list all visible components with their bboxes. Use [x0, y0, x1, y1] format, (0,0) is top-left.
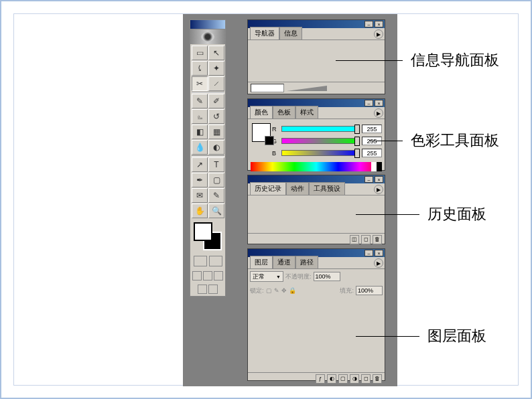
snapshot-icon[interactable]: ◫ [350, 235, 359, 244]
slice-tool[interactable]: ⟋ [208, 76, 224, 91]
opacity-input[interactable]: 100% [314, 272, 340, 281]
color-mini-swatch[interactable] [252, 123, 271, 142]
new-layer-icon[interactable]: ◻ [361, 374, 371, 384]
lasso-tool[interactable]: ⤹ [192, 61, 208, 76]
panel-menu-button[interactable]: ▶ [374, 29, 383, 39]
panel-menu-button[interactable]: ▶ [374, 108, 383, 118]
notes-tool[interactable]: ✉ [192, 188, 208, 203]
jump-btn2[interactable] [208, 285, 218, 294]
lock-all-icon[interactable]: 🔒 [289, 287, 296, 294]
adjust-icon[interactable]: ◑ [350, 374, 359, 384]
annotation-layer: 图层面板 [356, 326, 486, 346]
tab-channels[interactable]: 通道 [273, 256, 295, 268]
slide-frame: ▭ ↖ ⤹ ✦ ✂ ⟋ ✎ ✐ ⎁ ↺ ◧ ▦ 💧 ◐ ↗ T ✒ ▢ ✉ ✎ … [0, 0, 532, 399]
type-tool[interactable]: T [208, 157, 224, 172]
jump-row [190, 283, 225, 296]
history-brush-tool[interactable]: ↺ [208, 109, 224, 124]
minimize-button[interactable]: – [364, 100, 373, 106]
standard-mode[interactable] [194, 256, 207, 266]
close-button[interactable]: × [375, 250, 383, 256]
hand-tool[interactable]: ✋ [192, 204, 208, 218]
slider-row-r: R 255 [272, 124, 382, 134]
crop-tool[interactable]: ✂ [192, 76, 208, 91]
eyedropper-tool[interactable]: ✎ [208, 188, 224, 203]
heal-tool[interactable]: ✎ [192, 94, 208, 108]
minimize-button[interactable]: – [364, 21, 373, 27]
tab-toolpresets[interactable]: 工具预设 [309, 182, 345, 195]
minimize-button[interactable]: – [364, 250, 373, 256]
tab-swatches[interactable]: 色板 [273, 106, 295, 118]
folder-icon[interactable]: ▢ [338, 374, 348, 384]
pen-tool[interactable]: ✒ [192, 173, 208, 187]
annotation-color: 色彩工具面板 [369, 131, 499, 151]
tab-layers[interactable]: 图层 [250, 256, 273, 268]
tab-styles[interactable]: 样式 [295, 106, 318, 118]
brush-tool[interactable]: ✐ [208, 94, 224, 108]
slider-thumb[interactable] [354, 137, 360, 146]
zoom-tool[interactable]: 🔍 [208, 204, 224, 218]
layer-panel: – × 图层 通道 路径 ▶ 正常 不透明度: 100% 锁定: ▢ ✎ ✥ 🔒… [247, 248, 385, 381]
close-button[interactable]: × [375, 176, 383, 183]
path-tool[interactable]: ↗ [192, 157, 208, 172]
slider-thumb[interactable] [354, 149, 360, 158]
layer-footer: ƒ ◐ ▢ ◑ ◻ 🗑 [248, 372, 385, 384]
color-panel: – × 颜色 色板 样式 ▶ R 255 G 255 B [247, 98, 385, 171]
zoom-input[interactable] [251, 84, 284, 92]
wand-tool[interactable]: ✦ [208, 61, 224, 76]
b-label: B [272, 150, 279, 157]
screen-mode-3[interactable] [214, 271, 223, 281]
tab-navigator[interactable]: 导航器 [250, 27, 279, 39]
tab-bar: 导航器 信息 ▶ [248, 28, 385, 40]
tab-bar: 图层 通道 路径 ▶ [248, 257, 385, 269]
blend-mode-select[interactable]: 正常 [250, 271, 283, 282]
eye-icon [201, 32, 214, 42]
slide-inner: ▭ ↖ ⤹ ✦ ✂ ⟋ ✎ ✐ ⎁ ↺ ◧ ▦ 💧 ◐ ↗ T ✒ ▢ ✉ ✎ … [13, 13, 519, 386]
screen-mode-1[interactable] [192, 271, 202, 281]
slider-thumb[interactable] [354, 125, 360, 134]
layer-controls-row2: 锁定: ▢ ✎ ✥ 🔒 填充: 100% [248, 284, 385, 297]
annotation-line [369, 141, 403, 141]
tab-actions[interactable]: 动作 [286, 182, 309, 195]
shape-tool[interactable]: ▢ [208, 173, 224, 187]
lock-move-icon[interactable]: ✥ [281, 287, 287, 294]
quickmask-mode[interactable] [209, 256, 222, 266]
b-slider[interactable] [281, 150, 359, 156]
trash-icon[interactable]: 🗑 [373, 374, 382, 384]
tab-paths[interactable]: 路径 [295, 256, 318, 268]
minimize-button[interactable]: – [364, 176, 373, 183]
zoom-slider[interactable] [287, 85, 382, 92]
lock-paint-icon[interactable]: ✎ [274, 287, 279, 294]
lock-transparency-icon[interactable]: ▢ [266, 287, 272, 294]
marquee-tool[interactable]: ▭ [192, 46, 208, 60]
panel-menu-button[interactable]: ▶ [374, 185, 383, 194]
close-button[interactable]: × [375, 21, 383, 27]
screen-mode-2[interactable] [203, 271, 212, 281]
jump-btn[interactable] [198, 285, 207, 294]
new-icon[interactable]: ◻ [361, 235, 371, 244]
fill-input[interactable]: 100% [356, 286, 383, 295]
blur-tool[interactable]: 💧 [192, 140, 208, 155]
stamp-tool[interactable]: ⎁ [192, 109, 208, 124]
dodge-tool[interactable]: ◐ [208, 140, 224, 155]
mask-icon[interactable]: ◐ [327, 374, 336, 384]
tab-color[interactable]: 颜色 [250, 106, 273, 118]
fx-icon[interactable]: ƒ [316, 374, 325, 384]
trash-icon[interactable]: 🗑 [373, 235, 382, 244]
fg-color[interactable] [194, 222, 212, 241]
tab-history[interactable]: 历史记录 [250, 182, 286, 195]
navigator-footer [248, 82, 385, 94]
gradient-tool[interactable]: ▦ [208, 125, 224, 139]
tab-info[interactable]: 信息 [279, 27, 302, 39]
r-slider[interactable] [281, 126, 359, 132]
color-swatch[interactable] [194, 222, 222, 250]
toolbox-titlebar[interactable] [190, 20, 225, 29]
close-button[interactable]: × [375, 100, 383, 106]
move-tool[interactable]: ↖ [208, 46, 224, 60]
color-spectrum[interactable] [251, 162, 382, 171]
tab-bar: 历史记录 动作 工具预设 ▶ [248, 183, 385, 195]
eraser-tool[interactable]: ◧ [192, 125, 208, 139]
g-slider[interactable] [281, 138, 359, 144]
zoom-triangle-icon [287, 86, 327, 91]
panel-menu-button[interactable]: ▶ [374, 258, 383, 268]
toolbox-grid: ▭ ↖ ⤹ ✦ ✂ ⟋ ✎ ✐ ⎁ ↺ ◧ ▦ 💧 ◐ ↗ T ✒ ▢ ✉ ✎ … [190, 44, 225, 220]
